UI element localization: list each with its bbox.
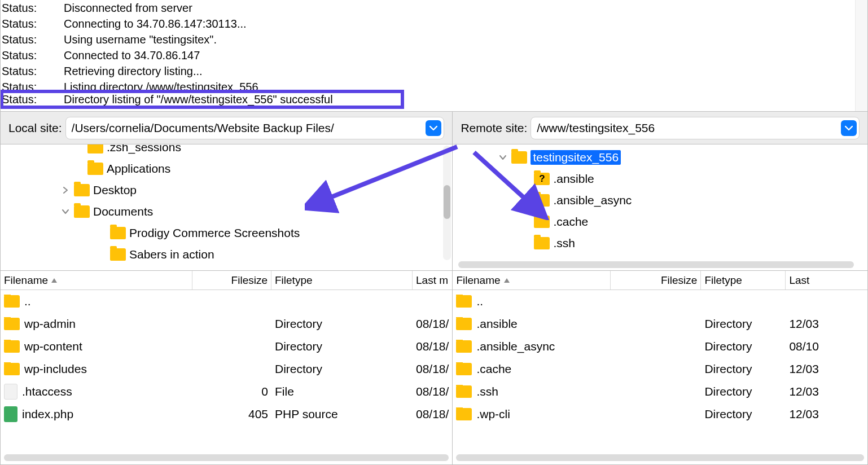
log-message: Directory listing of "/www/testingsitex_…	[64, 91, 402, 107]
tree-scrollbar[interactable]	[443, 146, 451, 260]
folder-icon	[87, 144, 103, 153]
folder-icon	[511, 151, 527, 164]
file-type: PHP source	[271, 407, 413, 421]
file-row[interactable]: wp-contentDirectory08/18/	[1, 335, 452, 358]
tree-label: testingsitex_556	[531, 150, 621, 165]
remote-file-list[interactable]: Filename Filesize Filetype Last ...ansib…	[453, 271, 867, 464]
col-filetype[interactable]: Filetype	[271, 271, 413, 289]
tree-item[interactable]: Desktop	[1, 179, 452, 201]
log-label: Status:	[2, 16, 64, 32]
tree-item[interactable]: .cache	[453, 211, 867, 232]
tree-label: .zsh_sessions	[107, 144, 181, 154]
file-row[interactable]: .ansibleDirectory12/03	[453, 313, 867, 335]
log-message: Retrieving directory listing...	[64, 63, 866, 79]
file-name: .wp-cli	[476, 407, 510, 421]
folder-icon	[456, 408, 472, 420]
col-filesize[interactable]: Filesize	[192, 271, 271, 289]
log-panel[interactable]: Status: Disconnected from server Status:…	[0, 0, 868, 112]
file-list-header: Filename Filesize Filetype Last m	[1, 271, 452, 290]
disclosure-none	[74, 144, 84, 152]
file-type: Directory	[271, 340, 413, 353]
file-name: .ssh	[476, 385, 498, 398]
tree-item[interactable]: .ansible	[453, 168, 867, 190]
file-modified: 12/03	[786, 407, 867, 421]
tree-item[interactable]: .ssh	[453, 232, 867, 254]
tree-item[interactable]: Prodigy Commerce Screenshots	[1, 222, 452, 244]
chevron-down-icon[interactable]	[841, 120, 857, 136]
remote-tree[interactable]: testingsitex_556 .ansible .ansible_async…	[453, 144, 867, 271]
tree-hscroll[interactable]	[458, 261, 854, 268]
file-name: .htaccess	[22, 385, 72, 398]
tree-label: Sabers in action	[129, 248, 214, 261]
tree-label: .ansible	[553, 172, 594, 186]
file-row[interactable]: index.php405PHP source08/18/	[1, 403, 452, 425]
file-list-hscroll[interactable]	[456, 454, 864, 461]
folder-icon	[4, 340, 20, 353]
file-size: 0	[192, 385, 271, 398]
php-file-icon	[4, 406, 17, 422]
file-name: wp-content	[24, 340, 82, 353]
log-label: Status:	[2, 32, 64, 47]
log-label: Status:	[2, 47, 64, 63]
folder-icon	[456, 385, 472, 398]
tree-item[interactable]: testingsitex_556	[453, 147, 867, 168]
tree-item[interactable]: Applications	[1, 158, 452, 179]
col-label: Filename	[456, 274, 500, 287]
file-row[interactable]: .htaccess0File08/18/	[1, 380, 452, 403]
tree-item[interactable]: Documents	[1, 201, 452, 222]
local-file-list[interactable]: Filename Filesize Filetype Last m ..wp-a…	[1, 271, 452, 464]
remote-site-bar: Remote site: /www/testingsitex_556	[453, 112, 867, 144]
local-tree[interactable]: .zsh_sessions Applications Desktop	[1, 144, 452, 271]
file-modified: 08/18/	[413, 407, 452, 421]
file-row[interactable]: .sshDirectory12/03	[453, 380, 867, 403]
remote-path-text: /www/testingsitex_556	[537, 121, 841, 135]
file-modified: 12/03	[786, 385, 867, 398]
log-line: Status: Listing directory /www/testingsi…	[2, 79, 866, 91]
log-line: Status: Using username "testingsitex".	[2, 32, 866, 47]
folder-icon	[4, 363, 20, 375]
log-scrollbar[interactable]	[855, 0, 867, 111]
file-row[interactable]: .wp-cliDirectory12/03	[453, 403, 867, 425]
folder-icon	[456, 295, 472, 308]
chevron-down-icon[interactable]	[498, 152, 508, 163]
remote-pane: Remote site: /www/testingsitex_556 testi…	[452, 112, 868, 465]
file-row[interactable]: ..	[1, 290, 452, 313]
file-type: Directory	[701, 317, 786, 331]
file-row[interactable]: wp-includesDirectory08/18/	[1, 358, 452, 380]
col-lastmod[interactable]: Last	[786, 271, 867, 289]
chevron-right-icon[interactable]	[60, 185, 71, 195]
local-site-bar: Local site: /Users/cornelia/Documents/We…	[1, 112, 452, 144]
tree-item[interactable]: .zsh_sessions	[1, 144, 452, 158]
col-lastmod[interactable]: Last m	[413, 271, 452, 289]
file-row[interactable]: .cacheDirectory12/03	[453, 358, 867, 380]
local-path-combo[interactable]: /Users/cornelia/Documents/Website Backup…	[65, 117, 445, 139]
tree-label: .ansible_async	[553, 194, 632, 207]
file-row[interactable]: .ansible_asyncDirectory08/10	[453, 335, 867, 358]
folder-icon	[534, 216, 550, 228]
file-list-header: Filename Filesize Filetype Last	[453, 271, 867, 290]
chevron-down-icon[interactable]	[60, 207, 71, 217]
file-modified: 12/03	[786, 317, 867, 331]
col-filename[interactable]: Filename	[1, 271, 192, 289]
local-path-text: /Users/cornelia/Documents/Website Backup…	[72, 121, 426, 135]
log-line-highlighted: Status: Directory listing of "/www/testi…	[2, 91, 402, 107]
file-row[interactable]: ..	[453, 290, 867, 313]
col-filetype[interactable]: Filetype	[701, 271, 786, 289]
chevron-down-icon[interactable]	[426, 120, 441, 136]
file-row[interactable]: wp-adminDirectory08/18/	[1, 313, 452, 335]
tree-label: .ssh	[553, 236, 575, 250]
remote-path-combo[interactable]: /www/testingsitex_556	[531, 117, 860, 139]
folder-icon	[456, 340, 472, 353]
sort-asc-icon	[503, 277, 511, 284]
col-label: Filetype	[704, 274, 742, 287]
remote-site-label: Remote site:	[461, 121, 527, 135]
tree-label: Documents	[93, 205, 153, 218]
log-line: Status: Retrieving directory listing...	[2, 63, 866, 79]
tree-label: Desktop	[93, 183, 137, 197]
tree-label: Applications	[107, 162, 170, 176]
tree-item[interactable]: Sabers in action	[1, 244, 452, 265]
col-filesize[interactable]: Filesize	[611, 271, 701, 289]
col-filename[interactable]: Filename	[453, 271, 611, 289]
tree-item[interactable]: .ansible_async	[453, 190, 867, 211]
file-list-hscroll[interactable]	[4, 454, 449, 461]
